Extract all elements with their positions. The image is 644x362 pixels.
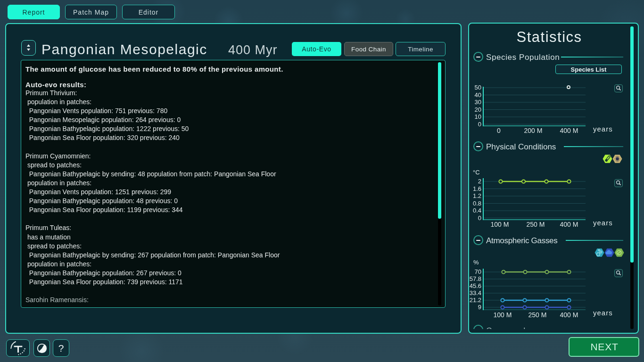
svg-text:50: 50 (475, 84, 481, 91)
svg-text:20: 20 (475, 106, 481, 113)
svg-text:years: years (593, 125, 613, 133)
svg-text:0: 0 (478, 121, 481, 128)
svg-text:100 M: 100 M (494, 311, 512, 319)
svg-text:1.2: 1.2 (473, 192, 481, 199)
svg-text:30: 30 (475, 99, 481, 106)
svg-text:years: years (593, 219, 613, 227)
svg-text:0: 0 (497, 127, 501, 134)
svg-text:45.6: 45.6 (470, 282, 481, 289)
svg-text:10: 10 (475, 113, 481, 120)
svg-text:°C: °C (473, 169, 480, 176)
svg-text:years: years (593, 309, 613, 317)
svg-text:250 M: 250 M (527, 221, 545, 228)
svg-text:0.4: 0.4 (473, 207, 481, 214)
svg-text:9: 9 (478, 304, 481, 311)
svg-text:400 M: 400 M (560, 311, 578, 319)
svg-text:0.8: 0.8 (473, 200, 481, 207)
svg-text:21.2: 21.2 (470, 296, 481, 304)
svg-text:200 M: 200 M (524, 127, 543, 134)
svg-text:70: 70 (475, 268, 481, 275)
svg-text:57.8: 57.8 (470, 275, 481, 282)
svg-text:%: % (473, 259, 479, 266)
svg-text:400 M: 400 M (560, 127, 578, 134)
svg-text:250 M: 250 M (528, 311, 547, 319)
svg-text:1.6: 1.6 (473, 185, 481, 192)
svg-text:40: 40 (475, 91, 481, 99)
svg-text:100 M: 100 M (491, 221, 509, 228)
svg-text:33.4: 33.4 (470, 289, 481, 296)
svg-text:0: 0 (478, 214, 481, 222)
svg-text:400 M: 400 M (560, 221, 578, 228)
svg-text:2: 2 (478, 178, 481, 185)
